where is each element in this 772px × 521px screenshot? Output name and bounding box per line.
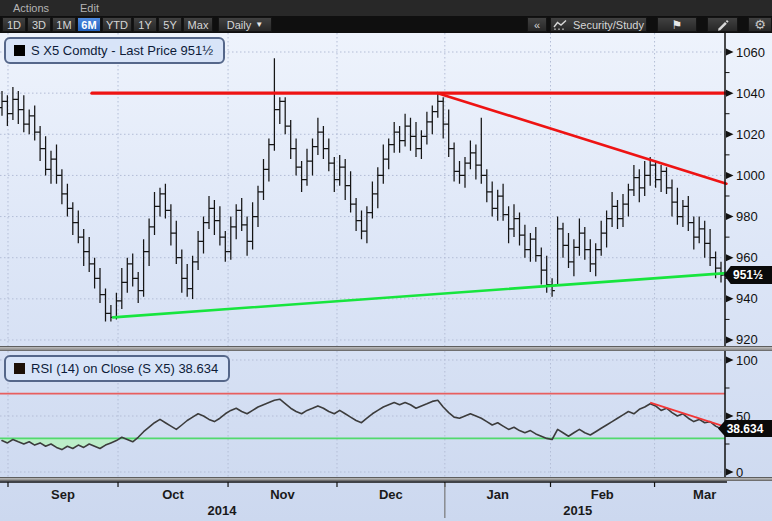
- menu-item-edit[interactable]: Edit: [80, 2, 99, 14]
- range-button-ytd[interactable]: YTD: [102, 17, 132, 32]
- last-price-value: 951½: [733, 268, 763, 282]
- svg-text:Sep: Sep: [51, 487, 75, 502]
- gear-icon: ⚙: [754, 18, 766, 31]
- rsi-value: 38.634: [727, 422, 764, 436]
- date-axis: SepOctNovDecJanFebMar20142015: [0, 481, 772, 521]
- svg-text:1060: 1060: [736, 45, 765, 60]
- price-legend-label: S X5 Comdty - Last Price 951½: [31, 43, 213, 58]
- svg-text:940: 940: [736, 291, 758, 306]
- flag-icon: ⚑: [672, 19, 683, 31]
- chart-line-icon: [553, 19, 568, 30]
- range-button-3d[interactable]: 3D: [27, 17, 51, 32]
- svg-text:1020: 1020: [736, 127, 765, 142]
- svg-text:100: 100: [736, 353, 758, 368]
- range-button-1m[interactable]: 1M: [52, 17, 76, 32]
- flag-button[interactable]: ⚑: [657, 17, 697, 32]
- rsi-color-swatch: [14, 363, 25, 374]
- security-study-label: Security/Study: [573, 19, 644, 31]
- range-button-6m[interactable]: 6M: [77, 17, 101, 32]
- chevron-down-icon: ▼: [255, 20, 263, 29]
- svg-text:Feb: Feb: [591, 487, 614, 502]
- svg-text:960: 960: [736, 250, 758, 265]
- range-button-1y[interactable]: 1Y: [133, 17, 157, 32]
- svg-text:0: 0: [736, 465, 743, 478]
- svg-text:980: 980: [736, 209, 758, 224]
- menu-item-actions[interactable]: Actions: [13, 2, 49, 14]
- svg-text:1000: 1000: [736, 168, 765, 183]
- svg-text:Jan: Jan: [486, 487, 508, 502]
- svg-text:2015: 2015: [563, 503, 592, 518]
- settings-button[interactable]: ⚙: [748, 17, 772, 32]
- toolbar: 1D 3D 1M 6M YTD 1Y 5Y Max Daily ▼ « Secu…: [0, 16, 772, 33]
- rsi-legend-label: RSI (14) on Close (S X5) 38.634: [31, 361, 218, 376]
- pencil-icon: [716, 19, 729, 31]
- price-chart[interactable]: 9209409609801000102010401060: [0, 33, 772, 346]
- range-button-1d[interactable]: 1D: [2, 17, 26, 32]
- security-study-button[interactable]: Security/Study: [550, 17, 647, 32]
- range-button-5y[interactable]: 5Y: [158, 17, 182, 32]
- last-price-bubble: 951½: [724, 266, 772, 284]
- bloomberg-chart-window: Actions Edit 1D 3D 1M 6M YTD 1Y 5Y Max D…: [0, 0, 772, 521]
- svg-text:2014: 2014: [208, 503, 238, 518]
- rsi-value-bubble: 38.634: [718, 420, 772, 437]
- range-button-max[interactable]: Max: [183, 17, 213, 32]
- svg-text:Oct: Oct: [162, 487, 184, 502]
- price-legend[interactable]: S X5 Comdty - Last Price 951½: [4, 37, 225, 64]
- series-color-swatch: [14, 45, 25, 56]
- svg-text:Mar: Mar: [693, 487, 716, 502]
- collapse-button[interactable]: «: [527, 17, 547, 32]
- period-dropdown-label: Daily: [227, 19, 251, 31]
- svg-text:Dec: Dec: [379, 487, 403, 502]
- svg-text:Nov: Nov: [270, 487, 295, 502]
- rsi-legend[interactable]: RSI (14) on Close (S X5) 38.634: [4, 355, 230, 382]
- period-dropdown[interactable]: Daily ▼: [218, 17, 272, 32]
- menu-bar: Actions Edit: [0, 0, 772, 16]
- svg-text:1040: 1040: [736, 86, 765, 101]
- svg-text:920: 920: [736, 332, 758, 346]
- annotate-button[interactable]: [707, 17, 738, 32]
